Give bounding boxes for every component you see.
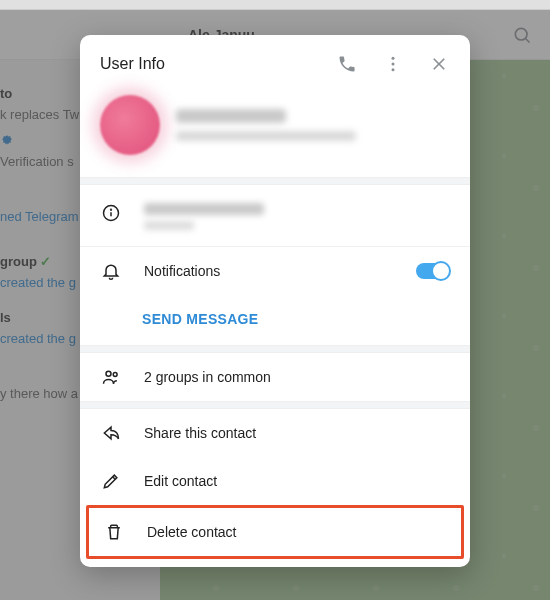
send-message-button[interactable]: SEND MESSAGE [80,295,470,345]
trash-icon [103,522,125,542]
share-contact-row[interactable]: Share this contact [80,409,470,457]
groups-in-common-row[interactable]: 2 groups in common [80,353,470,401]
svg-point-9 [111,209,112,210]
svg-point-11 [113,373,117,377]
svg-point-3 [392,63,395,66]
edit-label: Edit contact [144,473,450,489]
delete-contact-row[interactable]: Delete contact [89,508,461,556]
delete-label: Delete contact [147,524,447,540]
close-icon[interactable] [428,53,450,75]
svg-line-12 [113,477,116,480]
profile-name-block [176,109,356,141]
share-label: Share this contact [144,425,450,441]
svg-point-2 [392,57,395,60]
share-icon [100,423,122,443]
notifications-row[interactable]: Notifications [80,247,470,295]
people-icon [100,367,122,387]
groups-common-label: 2 groups in common [144,369,450,385]
info-row [80,185,470,247]
info-icon [100,203,122,223]
user-info-modal: User Info [80,35,470,567]
call-icon[interactable] [336,53,358,75]
edit-contact-row[interactable]: Edit contact [80,457,470,505]
pencil-icon [100,471,122,491]
svg-point-4 [392,68,395,71]
notifications-toggle[interactable] [416,263,450,279]
delete-highlight: Delete contact [86,505,464,559]
more-icon[interactable] [382,53,404,75]
notifications-label: Notifications [144,263,394,279]
modal-title: User Info [100,55,165,73]
bell-icon [100,261,122,281]
svg-point-10 [106,371,111,376]
avatar[interactable] [100,95,160,155]
